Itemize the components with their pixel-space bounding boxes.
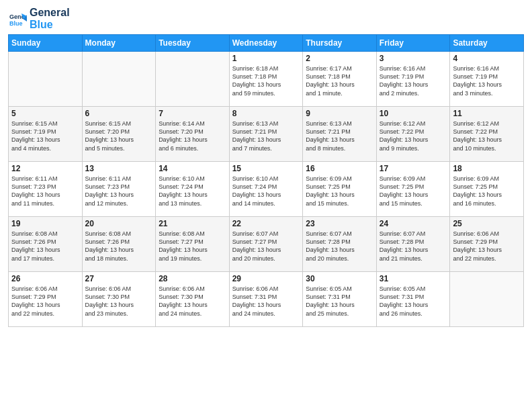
calendar-cell: 27Sunrise: 6:06 AM Sunset: 7:30 PM Dayli… xyxy=(82,272,156,327)
day-number: 7 xyxy=(159,109,226,118)
calendar-cell: 6Sunrise: 6:15 AM Sunset: 7:20 PM Daylig… xyxy=(82,107,156,162)
day-number: 9 xyxy=(306,109,373,118)
day-number: 22 xyxy=(232,219,300,228)
day-info: Sunrise: 6:15 AM Sunset: 7:19 PM Dayligh… xyxy=(11,120,79,152)
calendar-cell: 29Sunrise: 6:06 AM Sunset: 7:31 PM Dayli… xyxy=(229,272,303,327)
day-info: Sunrise: 6:06 AM Sunset: 7:29 PM Dayligh… xyxy=(453,230,521,263)
day-number: 19 xyxy=(11,219,79,228)
day-number: 2 xyxy=(306,54,373,63)
calendar-cell: 23Sunrise: 6:07 AM Sunset: 7:28 PM Dayli… xyxy=(303,217,377,272)
day-info: Sunrise: 6:11 AM Sunset: 7:23 PM Dayligh… xyxy=(85,175,153,208)
calendar-cell xyxy=(82,52,156,107)
day-info: Sunrise: 6:16 AM Sunset: 7:19 PM Dayligh… xyxy=(380,64,447,97)
calendar-cell: 11Sunrise: 6:12 AM Sunset: 7:22 PM Dayli… xyxy=(450,107,524,162)
day-number: 23 xyxy=(306,219,373,228)
day-number: 26 xyxy=(11,274,79,283)
header: General Blue General Blue xyxy=(8,7,524,30)
calendar-cell xyxy=(450,272,524,327)
calendar-cell: 10Sunrise: 6:12 AM Sunset: 7:22 PM Dayli… xyxy=(376,107,450,162)
calendar-cell: 2Sunrise: 6:17 AM Sunset: 7:18 PM Daylig… xyxy=(303,52,377,107)
calendar-cell: 19Sunrise: 6:08 AM Sunset: 7:26 PM Dayli… xyxy=(9,217,83,272)
calendar-cell: 9Sunrise: 6:13 AM Sunset: 7:21 PM Daylig… xyxy=(303,107,377,162)
day-number: 25 xyxy=(453,219,521,228)
calendar-cell xyxy=(9,52,83,107)
calendar: SundayMondayTuesdayWednesdayThursdayFrid… xyxy=(8,34,524,327)
calendar-cell: 13Sunrise: 6:11 AM Sunset: 7:23 PM Dayli… xyxy=(82,162,156,217)
day-info: Sunrise: 6:09 AM Sunset: 7:25 PM Dayligh… xyxy=(453,175,521,208)
weekday-header: Friday xyxy=(376,35,450,52)
day-info: Sunrise: 6:07 AM Sunset: 7:28 PM Dayligh… xyxy=(380,230,447,263)
day-info: Sunrise: 6:12 AM Sunset: 7:22 PM Dayligh… xyxy=(380,120,447,152)
day-number: 27 xyxy=(85,274,153,283)
day-number: 29 xyxy=(232,274,300,283)
day-number: 8 xyxy=(232,109,300,118)
calendar-week-row: 1Sunrise: 6:18 AM Sunset: 7:18 PM Daylig… xyxy=(9,52,524,107)
day-info: Sunrise: 6:08 AM Sunset: 7:26 PM Dayligh… xyxy=(85,230,153,263)
weekday-header: Saturday xyxy=(450,35,524,52)
day-number: 16 xyxy=(306,164,373,173)
day-number: 6 xyxy=(85,109,153,118)
weekday-header: Wednesday xyxy=(229,35,303,52)
weekday-header: Monday xyxy=(82,35,156,52)
calendar-week-row: 5Sunrise: 6:15 AM Sunset: 7:19 PM Daylig… xyxy=(9,107,524,162)
weekday-header-row: SundayMondayTuesdayWednesdayThursdayFrid… xyxy=(9,35,524,52)
day-info: Sunrise: 6:07 AM Sunset: 7:27 PM Dayligh… xyxy=(232,230,300,263)
day-number: 1 xyxy=(232,54,300,63)
day-info: Sunrise: 6:18 AM Sunset: 7:18 PM Dayligh… xyxy=(232,64,300,97)
calendar-cell: 16Sunrise: 6:09 AM Sunset: 7:25 PM Dayli… xyxy=(303,162,377,217)
day-number: 28 xyxy=(159,274,226,283)
day-info: Sunrise: 6:09 AM Sunset: 7:25 PM Dayligh… xyxy=(306,175,373,208)
day-number: 24 xyxy=(380,219,447,228)
day-info: Sunrise: 6:05 AM Sunset: 7:31 PM Dayligh… xyxy=(306,285,373,318)
day-info: Sunrise: 6:14 AM Sunset: 7:20 PM Dayligh… xyxy=(159,120,226,152)
day-info: Sunrise: 6:13 AM Sunset: 7:21 PM Dayligh… xyxy=(306,120,373,152)
day-info: Sunrise: 6:10 AM Sunset: 7:24 PM Dayligh… xyxy=(232,175,300,208)
day-number: 20 xyxy=(85,219,153,228)
calendar-week-row: 19Sunrise: 6:08 AM Sunset: 7:26 PM Dayli… xyxy=(9,217,524,272)
weekday-header: Thursday xyxy=(303,35,377,52)
day-number: 14 xyxy=(159,164,226,173)
day-number: 12 xyxy=(11,164,79,173)
logo-icon: General Blue xyxy=(8,9,27,28)
day-number: 10 xyxy=(380,109,447,118)
calendar-cell: 7Sunrise: 6:14 AM Sunset: 7:20 PM Daylig… xyxy=(156,107,230,162)
day-info: Sunrise: 6:11 AM Sunset: 7:23 PM Dayligh… xyxy=(11,175,79,208)
calendar-cell: 30Sunrise: 6:05 AM Sunset: 7:31 PM Dayli… xyxy=(303,272,377,327)
day-number: 4 xyxy=(453,54,521,63)
weekday-header: Sunday xyxy=(9,35,83,52)
day-number: 5 xyxy=(11,109,79,118)
day-number: 30 xyxy=(306,274,373,283)
day-number: 21 xyxy=(159,219,226,228)
day-info: Sunrise: 6:15 AM Sunset: 7:20 PM Dayligh… xyxy=(85,120,153,152)
svg-text:Blue: Blue xyxy=(9,20,23,27)
day-number: 31 xyxy=(380,274,447,283)
day-info: Sunrise: 6:13 AM Sunset: 7:21 PM Dayligh… xyxy=(232,120,300,152)
calendar-cell: 4Sunrise: 6:16 AM Sunset: 7:19 PM Daylig… xyxy=(450,52,524,107)
day-info: Sunrise: 6:16 AM Sunset: 7:19 PM Dayligh… xyxy=(453,64,521,97)
logo-text: General Blue xyxy=(30,7,70,30)
day-info: Sunrise: 6:06 AM Sunset: 7:31 PM Dayligh… xyxy=(232,285,300,318)
day-info: Sunrise: 6:05 AM Sunset: 7:31 PM Dayligh… xyxy=(380,285,447,318)
calendar-cell: 31Sunrise: 6:05 AM Sunset: 7:31 PM Dayli… xyxy=(376,272,450,327)
day-number: 3 xyxy=(380,54,447,63)
calendar-cell: 12Sunrise: 6:11 AM Sunset: 7:23 PM Dayli… xyxy=(9,162,83,217)
day-info: Sunrise: 6:08 AM Sunset: 7:26 PM Dayligh… xyxy=(11,230,79,263)
calendar-cell: 28Sunrise: 6:06 AM Sunset: 7:30 PM Dayli… xyxy=(156,272,230,327)
calendar-week-row: 26Sunrise: 6:06 AM Sunset: 7:29 PM Dayli… xyxy=(9,272,524,327)
calendar-cell: 22Sunrise: 6:07 AM Sunset: 7:27 PM Dayli… xyxy=(229,217,303,272)
day-info: Sunrise: 6:17 AM Sunset: 7:18 PM Dayligh… xyxy=(306,64,373,97)
calendar-cell: 1Sunrise: 6:18 AM Sunset: 7:18 PM Daylig… xyxy=(229,52,303,107)
calendar-cell: 17Sunrise: 6:09 AM Sunset: 7:25 PM Dayli… xyxy=(376,162,450,217)
calendar-cell: 25Sunrise: 6:06 AM Sunset: 7:29 PM Dayli… xyxy=(450,217,524,272)
calendar-cell: 3Sunrise: 6:16 AM Sunset: 7:19 PM Daylig… xyxy=(376,52,450,107)
day-number: 13 xyxy=(85,164,153,173)
calendar-cell: 15Sunrise: 6:10 AM Sunset: 7:24 PM Dayli… xyxy=(229,162,303,217)
day-info: Sunrise: 6:06 AM Sunset: 7:30 PM Dayligh… xyxy=(85,285,153,318)
calendar-cell: 18Sunrise: 6:09 AM Sunset: 7:25 PM Dayli… xyxy=(450,162,524,217)
calendar-cell: 5Sunrise: 6:15 AM Sunset: 7:19 PM Daylig… xyxy=(9,107,83,162)
calendar-cell: 21Sunrise: 6:08 AM Sunset: 7:27 PM Dayli… xyxy=(156,217,230,272)
day-number: 17 xyxy=(380,164,447,173)
logo: General Blue General Blue xyxy=(8,7,70,30)
calendar-cell: 24Sunrise: 6:07 AM Sunset: 7:28 PM Dayli… xyxy=(376,217,450,272)
weekday-header: Tuesday xyxy=(156,35,230,52)
